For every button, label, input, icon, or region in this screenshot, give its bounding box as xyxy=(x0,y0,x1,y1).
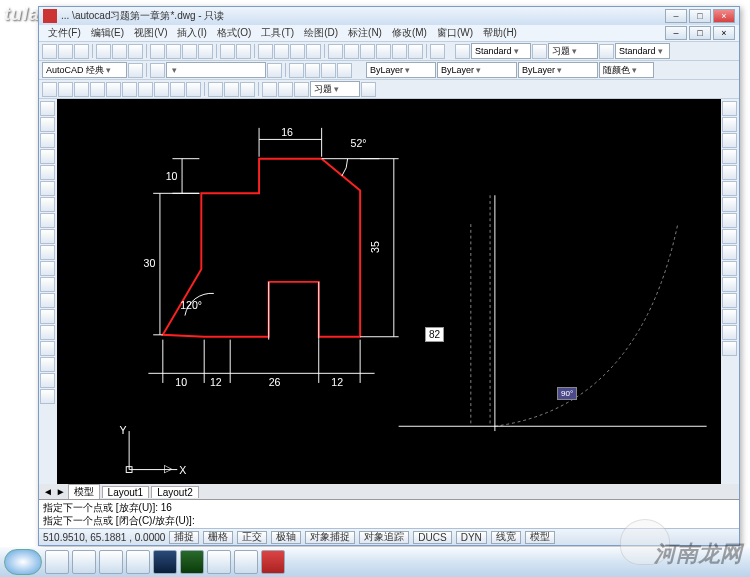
ellipsearc-icon[interactable] xyxy=(40,261,55,276)
extend-icon[interactable] xyxy=(722,261,737,276)
copy-obj-icon[interactable] xyxy=(722,117,737,132)
ducs-toggle[interactable]: DUCS xyxy=(413,531,451,544)
menu-help[interactable]: 帮助(H) xyxy=(478,26,522,40)
trim-icon[interactable] xyxy=(722,245,737,260)
color-select[interactable]: ByLayer xyxy=(366,62,436,78)
layer-freeze-icon[interactable] xyxy=(321,63,336,78)
block-icon[interactable] xyxy=(40,293,55,308)
dim-aligned-icon[interactable] xyxy=(58,82,73,97)
menu-edit[interactable]: 编辑(E) xyxy=(86,26,129,40)
menu-view[interactable]: 视图(V) xyxy=(129,26,172,40)
dyn-toggle[interactable]: DYN xyxy=(456,531,487,544)
properties-icon[interactable] xyxy=(328,44,343,59)
paste-icon[interactable] xyxy=(182,44,197,59)
arc-icon[interactable] xyxy=(40,181,55,196)
task-autocad-icon[interactable] xyxy=(261,550,285,574)
fillet-icon[interactable] xyxy=(722,325,737,340)
revcloud-icon[interactable] xyxy=(40,213,55,228)
tab-nav[interactable]: ◄ ► xyxy=(43,486,66,497)
dynamic-input[interactable]: 82 xyxy=(425,327,444,342)
task-explorer-icon[interactable] xyxy=(72,550,96,574)
dim-center-icon[interactable] xyxy=(240,82,255,97)
workspace-select[interactable]: AutoCAD 经典 xyxy=(42,62,127,78)
doc-minimize-button[interactable]: – xyxy=(665,26,687,40)
lineweight-select[interactable]: ByLayer xyxy=(518,62,598,78)
xline-icon[interactable] xyxy=(40,117,55,132)
menu-dimension[interactable]: 标注(N) xyxy=(343,26,387,40)
task-app2-icon[interactable] xyxy=(234,550,258,574)
task-ps-icon[interactable] xyxy=(153,550,177,574)
dim-angular-icon[interactable] xyxy=(138,82,153,97)
pline-icon[interactable] xyxy=(40,133,55,148)
dim-ordinate-icon[interactable] xyxy=(90,82,105,97)
layer-off-icon[interactable] xyxy=(337,63,352,78)
zoom-window-icon[interactable] xyxy=(290,44,305,59)
dim-update-icon[interactable] xyxy=(294,82,309,97)
tab-layout2[interactable]: Layout2 xyxy=(151,486,199,498)
textstyle-icon[interactable] xyxy=(455,44,470,59)
layer-iso-icon[interactable] xyxy=(305,63,320,78)
join-icon[interactable] xyxy=(722,293,737,308)
rectangle-icon[interactable] xyxy=(40,165,55,180)
dim-diameter-icon[interactable] xyxy=(122,82,137,97)
cut-icon[interactable] xyxy=(150,44,165,59)
grid-toggle[interactable]: 栅格 xyxy=(203,531,233,544)
doc-close-button[interactable]: × xyxy=(713,26,735,40)
calc-icon[interactable] xyxy=(408,44,423,59)
erase-icon[interactable] xyxy=(722,101,737,116)
redo-icon[interactable] xyxy=(236,44,251,59)
toolpalette-icon[interactable] xyxy=(360,44,375,59)
region-icon[interactable] xyxy=(40,357,55,372)
publish-icon[interactable] xyxy=(128,44,143,59)
match-icon[interactable] xyxy=(198,44,213,59)
osnap-toggle[interactable]: 对象捕捉 xyxy=(305,531,355,544)
tablestyle-icon[interactable] xyxy=(599,44,614,59)
menu-modify[interactable]: 修改(M) xyxy=(387,26,432,40)
drawing-canvas[interactable]: 16 10 30 120° 52° 35 10 12 26 12 Y X ▷ xyxy=(57,99,721,484)
layer-state-icon[interactable] xyxy=(289,63,304,78)
zoom-prev-icon[interactable] xyxy=(306,44,321,59)
dimstyle-select[interactable]: 习题 xyxy=(548,43,598,59)
layer-prev-icon[interactable] xyxy=(267,63,282,78)
linetype-select[interactable]: ByLayer xyxy=(437,62,517,78)
task-ie-icon[interactable] xyxy=(45,550,69,574)
circle-icon[interactable] xyxy=(40,197,55,212)
mirror-icon[interactable] xyxy=(722,133,737,148)
designcenter-icon[interactable] xyxy=(344,44,359,59)
dimstyle-icon[interactable] xyxy=(532,44,547,59)
doc-maximize-button[interactable]: □ xyxy=(689,26,711,40)
table-icon[interactable] xyxy=(40,373,55,388)
coord-readout[interactable]: 510.9510, 65.1881 , 0.0000 xyxy=(43,532,165,543)
dim-tolerance-icon[interactable] xyxy=(224,82,239,97)
new-icon[interactable] xyxy=(42,44,57,59)
polygon-icon[interactable] xyxy=(40,149,55,164)
task-dw-icon[interactable] xyxy=(180,550,204,574)
copy-icon[interactable] xyxy=(166,44,181,59)
pan-icon[interactable] xyxy=(258,44,273,59)
stretch-icon[interactable] xyxy=(722,229,737,244)
rotate-icon[interactable] xyxy=(722,197,737,212)
dim-style-select[interactable]: 习题 xyxy=(310,81,360,97)
snap-toggle[interactable]: 捕捉 xyxy=(169,531,199,544)
workspace-settings-icon[interactable] xyxy=(128,63,143,78)
ortho-toggle[interactable]: 正交 xyxy=(237,531,267,544)
save-icon[interactable] xyxy=(74,44,89,59)
dim-radius-icon[interactable] xyxy=(106,82,121,97)
menu-format[interactable]: 格式(O) xyxy=(212,26,256,40)
dim-leader-icon[interactable] xyxy=(208,82,223,97)
zoom-icon[interactable] xyxy=(274,44,289,59)
hatch-icon[interactable] xyxy=(40,325,55,340)
dim-arc-icon[interactable] xyxy=(74,82,89,97)
layer-props-icon[interactable] xyxy=(150,63,165,78)
layer-select[interactable] xyxy=(166,62,266,78)
scale-icon[interactable] xyxy=(722,213,737,228)
menu-tools[interactable]: 工具(T) xyxy=(256,26,299,40)
tab-model[interactable]: 模型 xyxy=(68,484,100,499)
menu-draw[interactable]: 绘图(D) xyxy=(299,26,343,40)
dim-edit-icon[interactable] xyxy=(262,82,277,97)
menu-insert[interactable]: 插入(I) xyxy=(172,26,211,40)
close-button[interactable]: × xyxy=(713,9,735,23)
dim-quick-icon[interactable] xyxy=(154,82,169,97)
menu-window[interactable]: 窗口(W) xyxy=(432,26,478,40)
array-icon[interactable] xyxy=(722,165,737,180)
